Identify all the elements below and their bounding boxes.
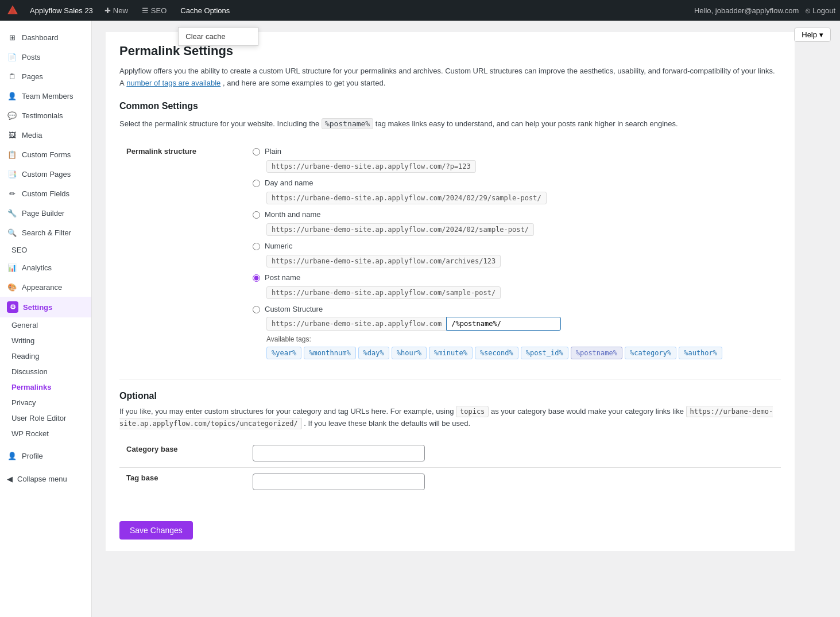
tag-base-input[interactable] bbox=[253, 474, 425, 490]
settings-submenu: General Writing Reading Discussion Perma… bbox=[0, 317, 91, 441]
radio-month-name-label[interactable]: Month and name bbox=[265, 210, 321, 219]
radio-custom-label[interactable]: Custom Structure bbox=[265, 305, 323, 313]
team-icon: 👤 bbox=[7, 91, 17, 101]
common-settings-desc: Select the permalink structure for your … bbox=[119, 118, 781, 130]
save-button[interactable]: Save Changes bbox=[119, 521, 193, 540]
new-button[interactable]: ✚ New bbox=[102, 6, 130, 15]
sidebar-item-posts[interactable]: 📄 Posts bbox=[0, 47, 91, 67]
radio-day-name[interactable] bbox=[253, 180, 260, 187]
submenu-permalinks[interactable]: Permalinks bbox=[0, 379, 91, 395]
tag-year[interactable]: %year% bbox=[266, 347, 301, 359]
sidebar-item-media[interactable]: 🖼 Media bbox=[0, 125, 91, 145]
radio-numeric[interactable] bbox=[253, 243, 260, 250]
tag-postname[interactable]: %postname% bbox=[571, 347, 622, 359]
tag-monthnum[interactable]: %monthnum% bbox=[304, 347, 355, 359]
cache-options-menu[interactable]: Cache Options Clear cache bbox=[178, 6, 232, 15]
radio-option-plain: Plain bbox=[253, 147, 774, 156]
custom-structure-row: https://urbane-demo-site.ap.applyflow.co… bbox=[266, 317, 774, 331]
submenu-privacy[interactable]: Privacy bbox=[0, 395, 91, 410]
builder-icon: 🔧 bbox=[7, 208, 17, 218]
custom-structure-input[interactable] bbox=[446, 317, 561, 331]
main-content: Permalink Settings Applyflow offers you … bbox=[92, 21, 840, 617]
available-tags-label: Available tags: bbox=[266, 335, 774, 343]
clear-cache-item[interactable]: Clear cache bbox=[179, 28, 258, 45]
category-base-input[interactable] bbox=[253, 445, 425, 461]
page-description: Applyflow offers you the ability to crea… bbox=[119, 65, 781, 90]
chevron-down-icon: ▾ bbox=[819, 30, 823, 39]
sidebar-item-testimonials[interactable]: 💬 Testimonials bbox=[0, 106, 91, 125]
radio-option-day-name: Day and name bbox=[253, 178, 774, 187]
sidebar-item-custom-forms[interactable]: 📋 Custom Forms bbox=[0, 145, 91, 164]
sidebar-item-profile[interactable]: 👤 Profile bbox=[0, 446, 91, 465]
sidebar-item-pages[interactable]: 🗒 Pages bbox=[0, 67, 91, 86]
sidebar-item-page-builder[interactable]: 🔧 Page Builder bbox=[0, 203, 91, 223]
content-area: Permalink Settings Applyflow offers you … bbox=[106, 32, 795, 551]
seo-menu[interactable]: ☰ SEO bbox=[140, 6, 169, 15]
testimonials-icon: 💬 bbox=[7, 110, 17, 121]
submenu-discussion[interactable]: Discussion bbox=[0, 364, 91, 379]
radio-post-name-label[interactable]: Post name bbox=[265, 273, 300, 282]
url-numeric: https://urbane-demo-site.ap.applyflow.co… bbox=[266, 255, 501, 267]
settings-icon: ⚙ bbox=[7, 301, 18, 313]
tag-base-label: Tag base bbox=[119, 467, 246, 496]
radio-day-name-label[interactable]: Day and name bbox=[265, 178, 313, 187]
tag-post-id[interactable]: %post_id% bbox=[521, 347, 568, 359]
radio-option-custom: Custom Structure bbox=[253, 305, 774, 313]
submenu-user-role-editor[interactable]: User Role Editor bbox=[0, 410, 91, 426]
tag-day[interactable]: %day% bbox=[358, 347, 389, 359]
user-greeting: Hello, jobadder@applyflow.com bbox=[694, 6, 799, 15]
radio-plain[interactable] bbox=[253, 148, 260, 156]
sidebar-item-appearance[interactable]: 🎨 Appearance bbox=[0, 277, 91, 297]
help-button[interactable]: Help ▾ bbox=[794, 28, 831, 42]
radio-custom[interactable] bbox=[253, 306, 260, 313]
sidebar-item-dashboard[interactable]: ⊞ Dashboard bbox=[0, 28, 91, 47]
help-label: Help bbox=[802, 30, 817, 39]
logo[interactable] bbox=[5, 2, 21, 18]
collapse-menu[interactable]: ◀ Collapse menu bbox=[0, 470, 91, 488]
profile-icon: 👤 bbox=[7, 451, 17, 461]
radio-month-name[interactable] bbox=[253, 211, 260, 219]
radio-option-numeric: Numeric bbox=[253, 242, 774, 250]
tag-minute[interactable]: %minute% bbox=[429, 347, 473, 359]
permalink-settings-table: Permalink structure Plain https://urbane… bbox=[119, 141, 781, 365]
sidebar-item-seo[interactable]: SEO bbox=[0, 242, 91, 258]
submenu-wp-rocket[interactable]: WP Rocket bbox=[0, 426, 91, 441]
sidebar-item-custom-fields[interactable]: ✏ Custom Fields bbox=[0, 184, 91, 203]
radio-option-post-name: Post name bbox=[253, 273, 774, 282]
tag-author[interactable]: %author% bbox=[679, 347, 722, 359]
media-icon: 🖼 bbox=[7, 130, 17, 140]
sidebar-item-search-filter[interactable]: 🔍 Search & Filter bbox=[0, 223, 91, 242]
submenu-reading[interactable]: Reading bbox=[0, 348, 91, 364]
permalink-options: Plain https://urbane-demo-site.ap.applyf… bbox=[246, 141, 781, 365]
sidebar-item-settings[interactable]: ⚙ Settings bbox=[0, 297, 91, 317]
topbar-right: Hello, jobadder@applyflow.com ⎋ Logout bbox=[694, 6, 835, 15]
tag-hour[interactable]: %hour% bbox=[392, 347, 427, 359]
topics-code: topics bbox=[456, 406, 489, 417]
available-tags-section: Available tags: %year% %monthnum% %day% … bbox=[266, 335, 774, 359]
submenu-general[interactable]: General bbox=[0, 317, 91, 333]
submenu-writing[interactable]: Writing bbox=[0, 333, 91, 348]
tags-link[interactable]: number of tags are available bbox=[126, 79, 220, 87]
site-name: Applyflow Sales 23 bbox=[30, 6, 93, 15]
pages-icon: 🗒 bbox=[7, 71, 17, 82]
tag-second[interactable]: %second% bbox=[475, 347, 518, 359]
custom-url-base: https://urbane-demo-site.ap.applyflow.co… bbox=[266, 317, 446, 331]
permalink-structure-label: Permalink structure bbox=[119, 141, 246, 365]
radio-numeric-label[interactable]: Numeric bbox=[265, 242, 292, 250]
radio-plain-label[interactable]: Plain bbox=[265, 147, 281, 156]
url-post-name: https://urbane-demo-site.ap.applyflow.co… bbox=[266, 286, 501, 299]
page-title: Permalink Settings bbox=[119, 44, 781, 59]
sidebar-item-analytics[interactable]: 📊 Analytics bbox=[0, 258, 91, 277]
dashboard-icon: ⊞ bbox=[7, 32, 17, 42]
postname-tag-inline: %postname% bbox=[322, 118, 373, 129]
sidebar-item-team-members[interactable]: 👤 Team Members bbox=[0, 86, 91, 106]
sidebar-item-custom-pages[interactable]: 📑 Custom Pages bbox=[0, 164, 91, 184]
cache-dropdown: Clear cache bbox=[178, 27, 258, 46]
optional-settings-table: Category base Tag base bbox=[119, 439, 781, 496]
tag-category[interactable]: %category% bbox=[625, 347, 676, 359]
radio-post-name[interactable] bbox=[253, 274, 260, 282]
search-icon: 🔍 bbox=[7, 227, 17, 238]
collapse-icon: ◀ bbox=[7, 475, 13, 483]
logout-button[interactable]: ⎋ Logout bbox=[806, 6, 835, 15]
optional-title: Optional bbox=[119, 379, 781, 401]
